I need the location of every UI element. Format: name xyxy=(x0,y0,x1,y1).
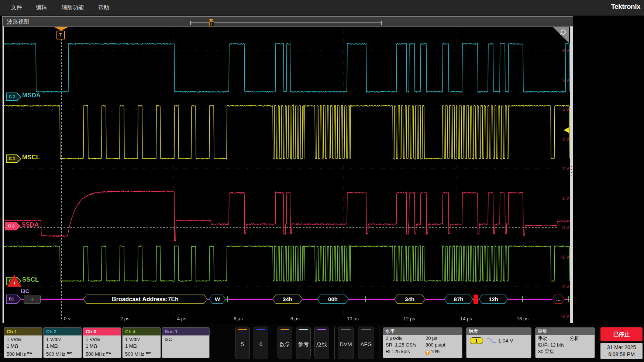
acquisition-row: 30 采集 xyxy=(535,348,595,355)
falling-edge-icon xyxy=(486,338,496,345)
trigger-level-value: 1.04 V xyxy=(498,338,513,344)
plot-frame xyxy=(3,27,570,323)
run-stop-status-button[interactable]: 已停止 xyxy=(600,327,643,341)
acquisition-minimap[interactable]: T xyxy=(190,20,382,26)
voltage-label: -3 V xyxy=(552,313,569,319)
decode-bubble-text: Broadcast Address:7Eh xyxy=(84,295,207,303)
horizontal-value: T10% xyxy=(426,348,440,355)
button-label: 总线 xyxy=(315,341,329,348)
decode-bubble-border: 34h xyxy=(394,295,426,304)
scope-button-数学[interactable]: 数学 xyxy=(278,327,292,359)
bandwidth-limit-icon: Bw xyxy=(27,351,32,355)
scope-button-总线[interactable]: 总线 xyxy=(314,327,329,359)
channel-bandwidth: 500 MHz Bw xyxy=(86,349,121,358)
vertical-scrollbar[interactable] xyxy=(570,27,573,323)
scope-button-5[interactable]: 5 xyxy=(235,327,250,359)
horizontal-card[interactable]: 水平2 µs/div20 µsSR: 1.25 GS/s800 ps/ptRL:… xyxy=(383,327,462,358)
scope-button-dvm[interactable]: DVM xyxy=(338,327,354,359)
voltage-label: 0 V xyxy=(552,225,569,230)
menu-item-2[interactable]: 编辑 xyxy=(36,4,47,11)
acquisition-card[interactable]: 采集手动，分析取样: 12 bits30 采集 xyxy=(535,327,595,358)
channel-card-1[interactable]: Ch 11 V/div1 MΩ500 MHz Bw xyxy=(4,327,42,358)
trigger-source-badge: 1 xyxy=(470,337,483,344)
scrollbar-handle[interactable] xyxy=(571,166,572,175)
divider xyxy=(598,327,598,359)
channel-impedance: 1 MΩ xyxy=(125,343,161,349)
time-label: 0 s xyxy=(64,316,70,321)
decode-bubble-text: 34h xyxy=(395,295,425,303)
channel-label-sscl[interactable]: SSCL xyxy=(22,276,39,283)
acquisition-bits: 取样: 12 bits xyxy=(538,342,565,348)
acquisition-analyze: 分析 xyxy=(569,335,579,342)
voltage-label: -2 V xyxy=(552,284,569,289)
bottom-settings-bar: Ch 11 V/div1 MΩ500 MHz BwCh 21 V/div1 MΩ… xyxy=(0,324,644,362)
trigger-position-icon: T xyxy=(426,351,430,355)
decode-bubble: 00h xyxy=(317,295,349,304)
voltage-label: 5 V xyxy=(552,77,569,83)
panel-title: 波形视图 xyxy=(7,18,29,25)
waveform-view-titlebar[interactable]: 波形视图 T xyxy=(3,17,573,27)
channel-card-2[interactable]: Ch 21 V/div1 MΩ500 MHz Bw xyxy=(43,327,82,358)
scope-button-afg[interactable]: AFG xyxy=(358,327,374,359)
decode-bubble-text: 00h xyxy=(318,295,348,303)
menu-item-3[interactable]: 辅助功能 xyxy=(62,4,84,11)
oscilloscope-app: 文件编辑辅助功能帮助 Tektronix 波形视图 T T 6 V5 V4 V3… xyxy=(0,0,644,362)
scope-button-6[interactable]: 6 xyxy=(254,327,268,359)
minimap-trigger-t-icon[interactable]: T xyxy=(209,21,214,27)
acquisition-card-body: 手动，分析取样: 12 bits30 采集 xyxy=(535,335,595,355)
tektronix-logo: Tektronix xyxy=(611,3,640,11)
acquisition-mode: 手动， xyxy=(538,335,552,342)
channel-card-header: Ch 1 xyxy=(4,328,42,335)
decode-bubble-border: 12h xyxy=(479,295,508,304)
channel-impedance: 1 MΩ xyxy=(86,343,121,349)
channel-label-msda[interactable]: MSDA xyxy=(22,92,41,99)
time-label: 2 µs xyxy=(120,316,130,321)
time-label: 12 µs xyxy=(403,316,415,321)
decode-bubble: ... xyxy=(552,295,565,304)
button-label: 6 xyxy=(254,341,268,347)
voltage-label: 6 V xyxy=(552,48,569,53)
menu-bar: 文件编辑辅助功能帮助 xyxy=(0,0,644,16)
decode-bubble-border: 34h xyxy=(272,295,303,304)
trigger-position-arrow-icon[interactable] xyxy=(55,27,68,31)
channel-badge-text: C 2 xyxy=(7,93,21,100)
trigger-level-arrow-icon[interactable] xyxy=(564,127,569,133)
decode-bubble-text: 87h xyxy=(445,295,473,303)
time-label: 10 µs xyxy=(347,316,359,321)
divider xyxy=(379,327,379,359)
channel-scale: 1 V/div xyxy=(46,336,82,343)
channel-bandwidth: 500 MHz Bw xyxy=(46,349,82,358)
trigger-card-title: 触发 xyxy=(466,328,531,335)
channel-card-body: 1 V/div1 MΩ500 MHz Bw xyxy=(83,335,121,358)
channel-impedance: 1 MΩ xyxy=(7,343,42,349)
decode-bubble-border: 00h xyxy=(317,295,349,304)
button-color-stripe xyxy=(238,329,247,330)
channel-card-3[interactable]: Ch 31 V/div1 MΩ500 MHz Bw xyxy=(83,327,121,358)
bus-card[interactable]: Bus 1I3C xyxy=(162,327,210,358)
time-label: 4 µs xyxy=(177,316,186,321)
menu-item-4[interactable]: 帮助 xyxy=(98,4,109,11)
button-color-stripe xyxy=(299,329,308,330)
channel-bandwidth: 500 MHz Bw xyxy=(7,349,42,358)
menu-item-1[interactable]: 文件 xyxy=(11,4,22,11)
bandwidth-limit-icon: Bw xyxy=(146,351,151,355)
channel-label-mscl[interactable]: MSCL xyxy=(22,154,40,161)
time-label: 14 µs xyxy=(460,316,472,321)
decode-bubble-text: 34h xyxy=(273,295,302,303)
acquisition-row: 取样: 12 bits xyxy=(535,342,595,348)
decode-bubble-text: ... xyxy=(552,295,565,303)
channel-card-header: Ch 2 xyxy=(44,328,82,335)
trigger-position-t-icon[interactable]: T xyxy=(56,31,65,39)
channel-card-4[interactable]: Ch 41 V/div1 MΩ500 MHz Bw xyxy=(122,327,161,358)
acquisition-card-title: 采集 xyxy=(535,328,595,335)
bus-badge-text: B1 xyxy=(7,295,21,303)
channel-label-ssda[interactable]: SSDA xyxy=(21,221,39,229)
minimap-left-bracket xyxy=(190,21,191,25)
scope-button-参考[interactable]: 参考 xyxy=(296,327,311,359)
button-label: AFG xyxy=(358,341,374,347)
time-label: 8 µs xyxy=(290,316,300,321)
add-bus-result-button[interactable]: + xyxy=(24,295,41,304)
time-label: 6 µs xyxy=(234,316,243,321)
trigger-card[interactable]: 触发11.04 V xyxy=(466,327,531,358)
voltage-label: 3 V xyxy=(552,136,569,142)
